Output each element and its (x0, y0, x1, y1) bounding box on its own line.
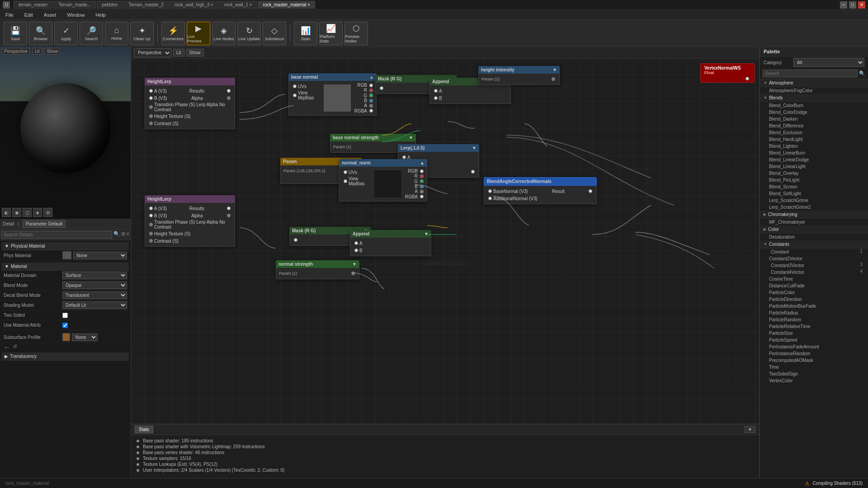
blend-angle-node[interactable]: BlendAngleCorrectedNormals BaseNormal (V… (484, 177, 597, 204)
tree-item-particlerandom[interactable]: ParticleRandom (760, 316, 868, 323)
vc-btn-3[interactable]: ◫ (23, 208, 32, 217)
atmosphere-header[interactable]: ▼ Atmosphere (760, 79, 868, 87)
vc-btn-1[interactable]: ◐ (2, 208, 11, 217)
menu-help[interactable]: Help (93, 11, 108, 19)
live-update-button[interactable]: ↻ Live Update (237, 22, 261, 45)
search-toolbar-button[interactable]: 🔎 Search (80, 22, 103, 45)
lerp-expand[interactable]: ▼ (472, 145, 476, 150)
tree-item-precomputedao[interactable]: PrecomputedAOMask (760, 357, 868, 364)
tree-item-blend-linearlight[interactable]: Blend_LinearLight (760, 163, 868, 170)
translucency-header[interactable]: ▶ Translucency (2, 352, 129, 361)
palette-category-select[interactable]: All (793, 58, 864, 67)
tree-item-blend-hardlight[interactable]: Blend_HardLight (760, 136, 868, 143)
tab-rock-master-material[interactable]: rock_master_material × (258, 1, 315, 9)
normal-norm-node[interactable]: normal_norm ▲ UVs View MipBias RGB R G B… (339, 159, 427, 202)
tree-item-mf-chromakeyer[interactable]: MF_Chromakeyer (760, 219, 868, 225)
base-normal-node[interactable]: base normal ▲ UVs View MipBias RGB R G B… (288, 73, 377, 116)
tree-item-blend-lineardodge[interactable]: Blend_LinearDodge (760, 156, 868, 163)
filter-icon[interactable]: ≡ (127, 231, 129, 239)
substance-button[interactable]: ◇ Substance (263, 22, 286, 45)
bns-expand[interactable]: ▼ (409, 135, 413, 140)
maximize-button[interactable]: □ (849, 1, 856, 9)
vertex-normal-node[interactable]: VertexNormalWS Float (700, 63, 755, 83)
stats-button[interactable]: 📊 Stats (294, 22, 317, 45)
tree-item-constant[interactable]: Constant (762, 249, 798, 255)
connectors-button[interactable]: ⚡ Connectors (161, 22, 185, 45)
tree-item-particlesize[interactable]: ParticleSize (760, 330, 868, 337)
tab-terrain-master-2[interactable]: Terrain_master_2 (123, 1, 169, 9)
live-preview-button[interactable]: ▶ Live Preview (187, 22, 210, 45)
chromakeying-header[interactable]: ▶ Chromakeying (760, 211, 868, 219)
vc-btn-4[interactable]: ◈ (33, 208, 42, 217)
constants-header[interactable]: ▼ Constants (760, 240, 868, 249)
tree-item-blend-overlay[interactable]: Blend_Overlay (760, 170, 868, 177)
viewport-lt-label[interactable]: Lit (33, 48, 42, 55)
subsurface-arrow-left[interactable]: ← (4, 343, 11, 352)
vc-btn-5[interactable]: ⊞ (43, 208, 52, 217)
apply-button[interactable]: ✓ Apply (54, 22, 78, 45)
browse-button[interactable]: 🔍 Browse (29, 22, 52, 45)
tree-item-perinstancefade[interactable]: PerInstanceFadeAmount (760, 343, 868, 350)
home-button[interactable]: ⌂ Home (105, 22, 128, 45)
tree-item-blend-pinlight[interactable]: Blend_PinLight (760, 177, 868, 183)
tree-item-constant3vector[interactable]: Constant3Vector (762, 262, 813, 269)
live-nodes-button[interactable]: ◈ Live Nodes (212, 22, 236, 45)
tab-pebbles[interactable]: pebbles (97, 1, 123, 9)
tree-item-blend-difference[interactable]: Blend_Difference (760, 122, 868, 129)
decal-blend-select[interactable]: Translucent (62, 291, 127, 299)
tree-item-distancecull[interactable]: DistanceCullFade (760, 282, 868, 289)
minimize-button[interactable]: ─ (840, 1, 847, 9)
normal-strength-expand[interactable]: ▼ (352, 262, 357, 267)
menu-edit[interactable]: Edit (22, 11, 36, 19)
tree-item-particlecolor[interactable]: ParticleColor (760, 289, 868, 296)
tree-item-cosinetime[interactable]: CosineTime (760, 276, 868, 282)
tree-item-twosidedsign[interactable]: TwoSidedSign (760, 371, 868, 377)
tree-item-atmospheric-fog[interactable]: AtmosphericFogColor (760, 87, 868, 94)
menu-asset[interactable]: Asset (41, 11, 59, 19)
perspective-label[interactable]: Perspective (2, 48, 30, 55)
shading-model-select[interactable]: Default Lit (62, 301, 127, 309)
save-button[interactable]: 💾 Save (4, 22, 27, 45)
tree-item-perinstancerandom[interactable]: PerInstanceRandom (760, 350, 868, 357)
phys-mat-select[interactable]: None (73, 252, 127, 259)
menu-file[interactable]: File (3, 11, 16, 19)
tree-item-time[interactable]: Time (760, 364, 868, 371)
tab-terrain-master2[interactable]: Terrain_maste... (53, 1, 96, 9)
tree-item-particlemotionblur[interactable]: ParticleMotionBlurFade (760, 303, 868, 310)
platform-stats-button[interactable]: 📈 Platform Stats (319, 22, 343, 45)
tree-item-particledirection[interactable]: ParticleDirection (760, 296, 868, 303)
normal-strength-node[interactable]: normal strength ▼ Param (1) (276, 260, 359, 279)
append-2-expand[interactable]: ▼ (424, 231, 429, 236)
tree-item-vertexcolor[interactable]: VertexColor (760, 377, 868, 384)
menu-window[interactable]: Window (64, 11, 87, 19)
height-intensity-expand[interactable]: ▼ (552, 67, 557, 72)
tree-item-constant2vector[interactable]: Constant2Vector (760, 255, 868, 262)
grid-icon[interactable]: ⊞ (121, 231, 125, 239)
physical-material-header[interactable]: ▼ Physical Material (2, 242, 129, 250)
blends-header[interactable]: ▼ Blends (760, 94, 868, 102)
preview-nodes-button[interactable]: ⬡ Preview Nodes (344, 22, 368, 45)
blend-mode-select[interactable]: Opaque (62, 282, 127, 289)
tree-item-lerp-scratchgrime2[interactable]: Lerp_ScratchGrime2 (760, 204, 868, 211)
tree-item-blend-linearburn[interactable]: Blend_LinearBurn (760, 150, 868, 156)
perspective-dropdown[interactable]: Perspective (134, 48, 171, 57)
subsurface-refresh[interactable]: ↺ (13, 343, 17, 352)
palette-search-input[interactable] (763, 70, 858, 77)
close-button[interactable]: ✕ (858, 1, 865, 9)
tree-item-particlespeed[interactable]: ParticleSpeed (760, 337, 868, 343)
stats-tab-button[interactable]: Stats (135, 426, 153, 433)
tree-item-blend-colorburn[interactable]: Blend_ColorBurn (760, 102, 868, 109)
tree-item-particlerelativetime[interactable]: ParticleRelativeTime (760, 323, 868, 330)
tab-terrain-master[interactable]: terrain_master (14, 1, 52, 9)
tree-item-blend-colordodge[interactable]: Blend_ColorDodge (760, 109, 868, 116)
tree-item-blend-screen[interactable]: Blend_Screen (760, 183, 868, 190)
tree-item-blend-lighten[interactable]: Blend_Lighten (760, 143, 868, 150)
tree-item-blend-softlight[interactable]: Blend_SoftLight (760, 190, 868, 197)
height-lerp-node-1[interactable]: HeightLerp A (V3)Results B (V3)Alpha Tra… (145, 78, 235, 129)
vc-btn-2[interactable]: ◉ (12, 208, 21, 217)
append-node-2[interactable]: Append ▼ A B (350, 230, 431, 256)
ne-lit-btn[interactable]: Lit (173, 49, 184, 56)
tree-item-constant4vector[interactable]: Constant4Vector (762, 269, 813, 276)
normal-norm-expand[interactable]: ▲ (420, 160, 425, 165)
subsurface-select[interactable]: None (72, 333, 98, 341)
